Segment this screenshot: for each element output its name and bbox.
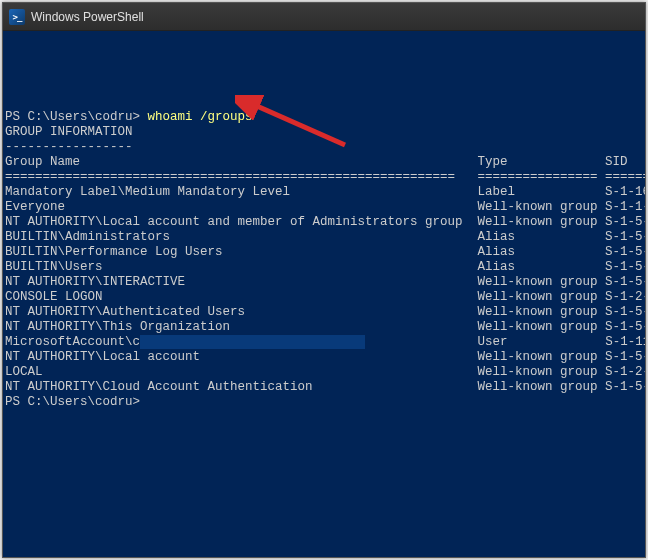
- table-row: NT AUTHORITY\INTERACTIVE Well-known grou…: [5, 275, 643, 290]
- table-header: Group Name Type SID: [5, 155, 643, 170]
- table-row: BUILTIN\Users Alias S-1-5-32-545: [5, 260, 643, 275]
- powershell-icon: [9, 9, 25, 25]
- window-title: Windows PowerShell: [31, 10, 144, 24]
- table-row: NT AUTHORITY\Authenticated Users Well-kn…: [5, 305, 643, 320]
- col-header-name: Group Name: [5, 155, 478, 169]
- prompt-line: PS C:\Users\codru>: [5, 395, 643, 410]
- table-row: NT AUTHORITY\Local account and member of…: [5, 215, 643, 230]
- output-line: -----------------: [5, 140, 643, 155]
- command-text: whoami /groups: [148, 110, 253, 124]
- col-header-type: Type: [478, 155, 606, 169]
- table-separator: ========================================…: [5, 170, 643, 185]
- table-row: LOCAL Well-known group S-1-2-0: [5, 365, 643, 380]
- powershell-window: Windows PowerShell PS C:\Users\codru> wh…: [2, 2, 646, 558]
- redacted-region: [140, 335, 365, 349]
- section-header: GROUP INFORMATION: [5, 125, 643, 140]
- table-row: Everyone Well-known group S-1-1-0: [5, 200, 643, 215]
- terminal-output[interactable]: PS C:\Users\codru> whoami /groupsGROUP I…: [3, 31, 645, 557]
- table-row: CONSOLE LOGON Well-known group S-1-2-1: [5, 290, 643, 305]
- titlebar[interactable]: Windows PowerShell: [3, 3, 645, 31]
- prompt-line: PS C:\Users\codru> whoami /groups: [5, 110, 643, 125]
- table-row: BUILTIN\Administrators Alias S-1-5-32-54…: [5, 230, 643, 245]
- col-header-sid: SID: [605, 155, 628, 169]
- table-row: BUILTIN\Performance Log Users Alias S-1-…: [5, 245, 643, 260]
- table-row: Mandatory Label\Medium Mandatory Level L…: [5, 185, 643, 200]
- table-row: NT AUTHORITY\Cloud Account Authenticatio…: [5, 380, 643, 395]
- table-row: NT AUTHORITY\Local account Well-known gr…: [5, 350, 643, 365]
- table-row: NT AUTHORITY\This Organization Well-know…: [5, 320, 643, 335]
- table-row: MicrosoftAccount\c User S-1-11-96-362345…: [5, 335, 643, 350]
